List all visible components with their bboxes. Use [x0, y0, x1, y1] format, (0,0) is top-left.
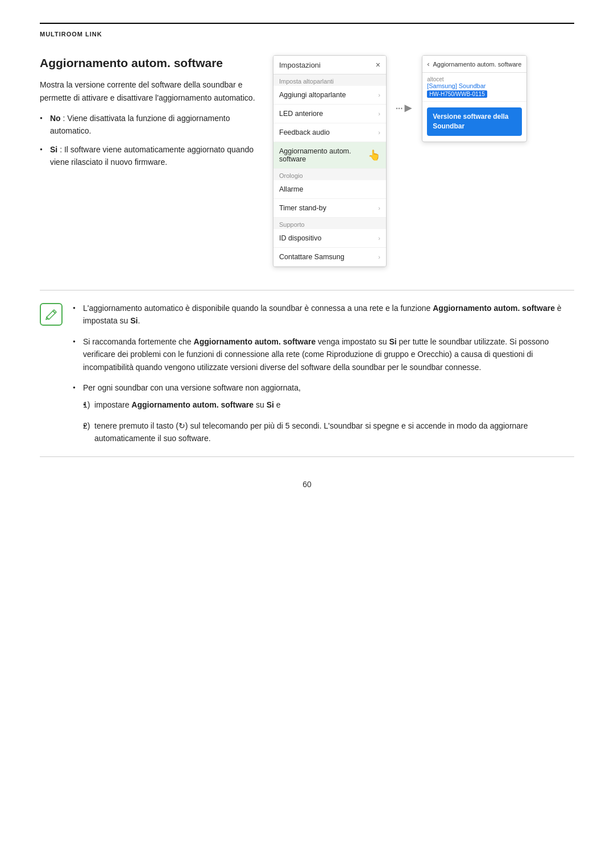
version-panel-title: Aggiornamento autom. software	[433, 61, 521, 68]
note-content: L'aggiornamento automatico è disponibile…	[73, 302, 574, 445]
note-icon	[40, 303, 63, 326]
chevron-icon-id: ›	[378, 235, 380, 242]
bullet-item-no: No : Viene disattivata la funzione di ag…	[40, 112, 256, 138]
settings-item-id[interactable]: ID dispositivo ›	[273, 229, 386, 248]
bullet-item-si: Si : Il software viene automaticamente a…	[40, 143, 256, 169]
note-bullets: L'aggiornamento automatico è disponibile…	[73, 302, 574, 445]
close-button[interactable]: ×	[376, 60, 380, 69]
section-bullets: No : Viene disattivata la funzione di ag…	[40, 112, 256, 169]
bullet-no-bold: No	[50, 114, 61, 123]
settings-item-aggiornamento-label: Aggiornamento autom. software	[279, 147, 368, 163]
settings-group1-label: Imposta altoparlanti	[273, 74, 386, 86]
bullet-no-text: : Viene disattivata la funzione di aggio…	[50, 114, 230, 135]
note-bullet-1: L'aggiornamento automatico è disponibile…	[73, 302, 574, 327]
chevron-icon-led: ›	[378, 110, 380, 117]
settings-item-aggiungi-label: Aggiungi altoparlante	[279, 91, 346, 99]
settings-group3-label: Supporto	[273, 218, 386, 229]
settings-item-allarme-label: Allarme	[279, 185, 303, 193]
note-section: L'aggiornamento automatico è disponibile…	[40, 290, 574, 457]
chevron-icon-feedback: ›	[378, 129, 380, 136]
settings-item-id-label: ID dispositivo	[279, 234, 321, 242]
section-title: Aggiornamento autom. software	[40, 55, 256, 70]
settings-panel: Impostazioni × Imposta altoparlanti Aggi…	[273, 55, 387, 267]
pencil-icon	[45, 308, 57, 321]
numbered-item-2: 2) tenere premuto il tasto (↻) sul telec…	[83, 420, 574, 445]
settings-item-contattare-label: Contattare Samsung	[279, 253, 345, 261]
settings-panel-title: Impostazioni	[279, 61, 321, 69]
version-callout: Versione software della Soundbar	[427, 107, 522, 136]
settings-item-led-label: LED anteriore	[279, 110, 323, 118]
settings-group2-label: Orologio	[273, 169, 386, 180]
settings-panel-header: Impostazioni ×	[273, 56, 386, 74]
arrow-container: ···►	[395, 55, 413, 115]
version-panel-header: ‹ Aggiornamento autom. software	[422, 56, 526, 73]
num-2: 2)	[83, 420, 90, 432]
settings-item-feedback[interactable]: Feedback audio ›	[273, 123, 386, 142]
arrow-icon: ···►	[395, 101, 413, 115]
back-arrow-icon[interactable]: ‹	[427, 60, 429, 68]
note-bullet-2: Si raccomanda fortemente che Aggiornamen…	[73, 335, 574, 373]
chevron-icon-aggiungi: ›	[378, 92, 380, 98]
numbered-item-1: 1) impostare Aggiornamento autom. softwa…	[83, 398, 574, 411]
chevron-icon-timer: ›	[378, 205, 380, 211]
section-description: Mostra la versione corrente del software…	[40, 78, 256, 104]
settings-item-timer-label: Timer stand-by	[279, 204, 326, 212]
device-section-label: altocet	[427, 76, 522, 82]
bullet-si-bold: Si	[50, 145, 57, 154]
version-panel: ‹ Aggiornamento autom. software altocet …	[422, 55, 527, 142]
text-column: Aggiornamento autom. software Mostra la …	[40, 55, 256, 267]
page-container: MULTIROOM LINK Aggiornamento autom. soft…	[0, 0, 614, 868]
header-title: MULTIROOM LINK	[40, 31, 102, 38]
settings-item-contattare[interactable]: Contattare Samsung ›	[273, 248, 386, 267]
settings-item-allarme[interactable]: Allarme	[273, 180, 386, 199]
settings-item-led[interactable]: LED anteriore ›	[273, 105, 386, 123]
main-content: Aggiornamento autom. software Mostra la …	[40, 55, 574, 267]
screenshot-column: Impostazioni × Imposta altoparlanti Aggi…	[273, 55, 574, 267]
page-number: 60	[40, 480, 574, 489]
settings-item-feedback-label: Feedback audio	[279, 128, 330, 136]
settings-item-timer[interactable]: Timer stand-by ›	[273, 199, 386, 218]
device-model: HW-H750/WWB-0115	[427, 90, 487, 98]
settings-item-aggiungi[interactable]: Aggiungi altoparlante ›	[273, 86, 386, 105]
bullet-si-text: : Il software viene automaticamente aggi…	[50, 145, 254, 167]
chevron-icon-contattare: ›	[378, 254, 380, 260]
numbered-sub-list: 1) impostare Aggiornamento autom. softwa…	[83, 398, 574, 445]
num-1: 1)	[83, 398, 90, 411]
device-name: [Samsung] Soundbar	[427, 82, 522, 89]
header-section: MULTIROOM LINK	[40, 23, 574, 38]
note-bullet-3: Per ogni soundbar con una versione softw…	[73, 381, 574, 445]
settings-item-aggiornamento[interactable]: Aggiornamento autom. software 👆	[273, 142, 386, 169]
touch-icon: 👆	[368, 149, 380, 161]
version-device-section: altocet [Samsung] Soundbar HW-H750/WWB-0…	[422, 73, 526, 102]
